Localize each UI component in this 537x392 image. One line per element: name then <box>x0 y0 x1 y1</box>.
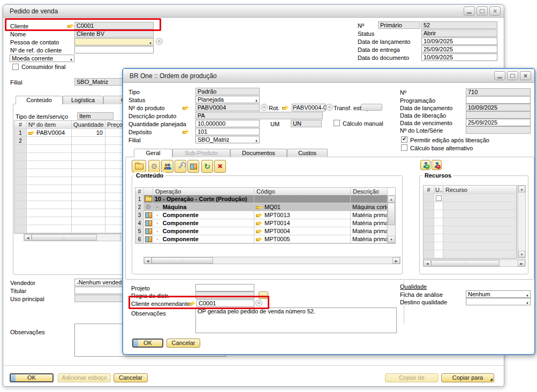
scroll-right-icon[interactable]: ▶ <box>392 257 400 264</box>
col-header-qty[interactable]: Quantidade <box>72 121 105 129</box>
tab-logistica[interactable]: Logística <box>63 96 103 104</box>
tipo-field[interactable]: Padrão <box>195 88 260 95</box>
scroll-right-icon[interactable]: ▶ <box>518 260 525 266</box>
calculo-base-checkbox[interactable] <box>401 144 407 151</box>
link-arrow-icon[interactable] <box>182 129 190 135</box>
cancel-button[interactable]: Cancelar <box>167 339 200 348</box>
link-arrow-icon[interactable] <box>255 204 263 210</box>
close-icon[interactable]: × <box>489 6 501 16</box>
table-row[interactable]: 2 ⚙ ·Máquina MQ01 Máquina corte <box>135 203 395 211</box>
tab-conteudo[interactable]: Conteúdo <box>16 96 63 104</box>
remove-resource-button[interactable]: − <box>432 160 442 170</box>
scroll-left-icon[interactable]: ◀ <box>144 257 152 264</box>
maximize-icon[interactable] <box>507 71 518 80</box>
link-arrow-icon[interactable] <box>28 130 35 136</box>
destino-qualidade-combo[interactable] <box>466 298 531 305</box>
operations-vscrollbar[interactable]: ▲ ▼ <box>387 195 396 243</box>
add-resource-button[interactable]: + <box>420 160 430 170</box>
produto-field[interactable]: PABV0004 <box>195 104 260 111</box>
calculo-manual-checkbox[interactable] <box>334 120 340 126</box>
production-order-titlebar[interactable]: BR One :: Ordem de produção <box>123 69 534 83</box>
col-header-recurso[interactable]: Recurso <box>443 186 517 194</box>
data-liberacao-field[interactable] <box>466 111 531 119</box>
minimize-icon[interactable] <box>494 71 505 80</box>
link-arrow-icon[interactable] <box>255 220 263 226</box>
delete-button[interactable]: ✖ <box>214 160 226 173</box>
scroll-thumb[interactable]: :: <box>32 234 97 241</box>
cancel-button[interactable]: Cancelar <box>114 373 148 382</box>
col-header-codigo[interactable]: Código <box>254 188 351 195</box>
component-button[interactable] <box>187 160 199 173</box>
moeda-combo[interactable]: Moeda corrente <box>10 55 74 62</box>
projeto-field[interactable] <box>195 284 254 291</box>
tab-documentos[interactable]: Documentos <box>230 149 287 157</box>
numero-field[interactable]: 52 <box>421 21 497 29</box>
table-row[interactable]: 3 ·Componente MPT0013 Matéria prima terc… <box>135 211 395 219</box>
tools-button[interactable] <box>175 160 186 173</box>
numero-field[interactable]: 710 <box>466 88 531 96</box>
close-icon[interactable]: × <box>520 71 531 80</box>
participants-button[interactable] <box>161 160 173 173</box>
open-folder-button[interactable] <box>132 160 146 173</box>
ok-button[interactable]: OK <box>10 373 54 382</box>
scroll-down-icon[interactable]: ▼ <box>388 236 395 243</box>
consumidor-final-checkbox[interactable] <box>12 64 19 70</box>
col-header-num[interactable]: # <box>14 121 27 129</box>
tipo-item-field[interactable]: Item <box>77 112 114 120</box>
data-documento-field[interactable]: 10/09/2025 <box>421 53 497 61</box>
items-hscrollbar[interactable]: ◀ :: <box>24 234 121 241</box>
status-combo[interactable]: Planejada <box>195 96 260 103</box>
data-lancamento-field[interactable]: 10/09/2025 <box>466 104 531 111</box>
um-field[interactable]: UN <box>291 120 322 127</box>
resources-hscrollbar[interactable]: ◀ :: ▶ <box>423 259 526 267</box>
link-arrow-icon[interactable] <box>282 105 289 111</box>
roteiro-field[interactable]: PABV0004-01 <box>292 104 326 111</box>
scroll-left-icon[interactable]: ◀ <box>423 260 431 266</box>
ficha-analise-combo[interactable]: Nenhum <box>466 290 531 298</box>
data-lancamento-field[interactable]: 10/09/2025 <box>421 37 497 45</box>
copy-to-button[interactable]: Copiar para <box>441 373 494 382</box>
scroll-down-icon[interactable]: ▼ <box>518 251 525 258</box>
table-row[interactable]: 2 <box>14 137 126 145</box>
observacoes-textarea[interactable]: OP gerada pelo pedido de venda número 52… <box>195 308 397 333</box>
col-header-num[interactable]: # <box>135 188 144 195</box>
operations-hscrollbar[interactable]: ◀ :: ▶ <box>143 257 400 264</box>
pessoa-contato-combo[interactable] <box>74 38 154 45</box>
data-vencimento-field[interactable]: 25/09/2025 <box>466 119 531 126</box>
status-field[interactable]: Abrir <box>421 29 497 37</box>
table-row[interactable] <box>423 194 517 202</box>
col-header-descricao[interactable]: Descrição <box>351 188 388 195</box>
link-arrow-icon[interactable] <box>255 236 263 242</box>
scroll-up-icon[interactable]: ▲ <box>518 186 525 193</box>
permitir-edicao-checkbox[interactable] <box>401 136 407 143</box>
scroll-up-icon[interactable]: ▲ <box>388 196 395 203</box>
minimize-icon[interactable] <box>464 6 475 16</box>
table-row[interactable]: 1 PABV0004 10 <box>14 129 126 137</box>
sales-order-titlebar[interactable]: Pedido de venda <box>3 5 504 18</box>
settings-button[interactable]: ⚙ <box>148 160 160 173</box>
link-arrow-icon[interactable] <box>255 228 263 234</box>
context-menu-icon[interactable]: ≡ <box>261 104 268 111</box>
scroll-left-icon[interactable]: ◀ <box>24 234 32 241</box>
deposito-field[interactable]: 101 <box>195 128 260 135</box>
table-row[interactable]: 5 ·Componente MPT0004 Matéria prima terc… <box>135 227 395 235</box>
table-row[interactable]: 6 ·Componente MPT0005 Matéria prima terc… <box>135 235 395 243</box>
resource-checkbox[interactable] <box>436 195 442 201</box>
col-header-u[interactable]: U.. <box>434 186 443 194</box>
col-header-num[interactable]: # <box>423 186 434 194</box>
link-arrow-icon[interactable] <box>182 105 190 111</box>
context-menu-icon[interactable]: ≡ <box>326 104 333 111</box>
context-menu-icon[interactable]: ≡ <box>156 38 163 45</box>
refresh-button[interactable]: ↻ <box>201 160 213 173</box>
tab-custos[interactable]: Custos <box>287 149 328 157</box>
resources-vscrollbar[interactable]: ▲ ▼ <box>518 185 526 258</box>
numero-series-field[interactable]: Primário <box>378 21 420 29</box>
table-row[interactable]: 4 ·Componente MPT0014 Matéria prima terc… <box>135 219 395 227</box>
data-entrega-field[interactable]: 25/09/2025 <box>421 45 497 53</box>
table-row[interactable]: 1 10 - Operação - Corte (Produção) <box>135 195 395 203</box>
ok-button[interactable]: OK <box>132 339 163 348</box>
programacao-field[interactable] <box>466 96 531 104</box>
col-header-operacao[interactable]: Operação <box>153 188 254 195</box>
lote-serie-field[interactable] <box>466 126 531 134</box>
descricao-field[interactable]: PA <box>195 112 323 119</box>
